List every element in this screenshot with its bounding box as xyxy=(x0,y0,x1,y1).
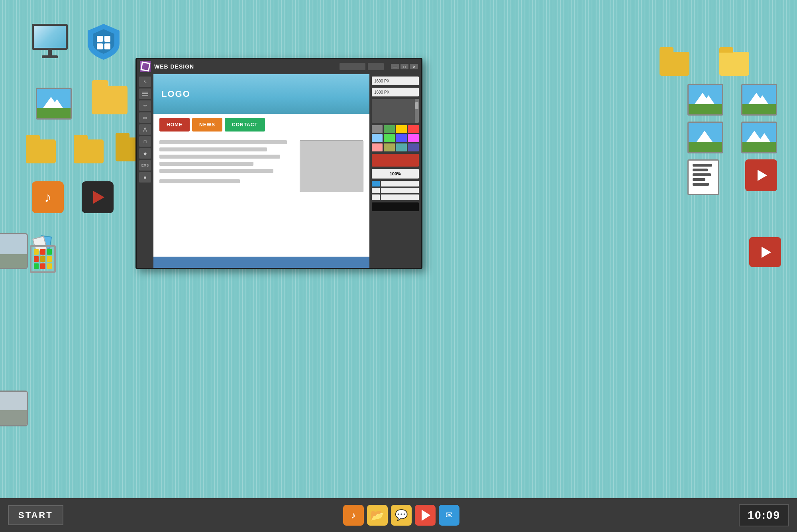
maximize-button[interactable]: □ xyxy=(400,64,408,69)
nav-btn-home[interactable]: HOME xyxy=(159,118,190,132)
tool-text[interactable]: A xyxy=(139,124,151,135)
nav-btn-news[interactable]: NEWS xyxy=(192,118,222,132)
text-line-6 xyxy=(159,179,240,183)
window-main: LOGO HOME NEWS CONTACT xyxy=(153,74,369,268)
music-icon[interactable]: ♪ xyxy=(32,181,64,213)
taskbar-music-icon[interactable]: ♪ xyxy=(343,505,364,526)
content-text-area xyxy=(159,140,294,252)
svg-rect-3 xyxy=(104,43,110,49)
taskbar-folder-icon[interactable]: 📂 xyxy=(367,505,388,526)
app-window: WEB DESIGN — □ ✕ ↖ ✏ ▭ A □ ◆ ERS ■ xyxy=(135,58,422,269)
close-button[interactable]: ✕ xyxy=(410,64,418,69)
window-titlebar[interactable]: WEB DESIGN — □ ✕ xyxy=(137,59,421,74)
color-cell-8[interactable] xyxy=(408,134,419,142)
window-toolbar xyxy=(340,63,384,70)
tool-rect2[interactable]: □ xyxy=(139,136,151,147)
minimize-button[interactable]: — xyxy=(391,64,399,69)
image-icon-1[interactable] xyxy=(36,88,72,120)
image-icon-right-1[interactable] xyxy=(687,84,723,116)
image-icon-right-2[interactable] xyxy=(741,84,777,116)
recycle-bin-icon[interactable] xyxy=(26,235,60,273)
folder-icon-1[interactable] xyxy=(92,86,128,114)
panel-black-block[interactable] xyxy=(372,202,419,211)
tool-diamond[interactable]: ◆ xyxy=(139,148,151,159)
text-line-2 xyxy=(159,147,267,151)
svg-rect-0 xyxy=(97,36,103,42)
tool-square[interactable]: ■ xyxy=(139,172,151,183)
video-icon-red-2[interactable] xyxy=(749,237,781,267)
music-note: ♪ xyxy=(44,189,51,206)
monitor-icon[interactable] xyxy=(26,24,74,72)
layer-bar-1[interactable] xyxy=(381,181,419,186)
panel-height-input[interactable]: 1600 PX xyxy=(372,88,419,96)
image-icon-right-3[interactable] xyxy=(687,122,723,153)
monitor-stand xyxy=(48,50,52,55)
document-icon[interactable] xyxy=(687,159,719,195)
color-cell-12[interactable] xyxy=(408,143,419,151)
folder-icon-3[interactable] xyxy=(74,139,104,163)
color-cell-1[interactable] xyxy=(372,125,383,133)
tool-pen[interactable]: ✏ xyxy=(139,100,151,111)
shield-icon[interactable] xyxy=(84,20,124,64)
color-cell-3[interactable] xyxy=(396,125,407,133)
left-toolbar: ↖ ✏ ▭ A □ ◆ ERS ■ xyxy=(137,74,153,268)
scroll-area[interactable] xyxy=(372,99,419,123)
color-cell-5[interactable] xyxy=(372,134,383,142)
taskbar-mail-icon[interactable]: ✉ xyxy=(439,505,459,526)
video-icon-red-1[interactable] xyxy=(745,159,777,191)
video-icon-dark[interactable] xyxy=(82,181,114,213)
tool-select[interactable]: ↖ xyxy=(139,77,151,87)
taskbar-icons: ♪ 📂 💬 ✉ xyxy=(343,505,459,526)
layer-bar-3[interactable] xyxy=(381,194,419,200)
monitor-base xyxy=(42,55,58,58)
window-body: ↖ ✏ ▭ A □ ◆ ERS ■ LOGO HOME NEWS C xyxy=(137,74,421,268)
toolbar-btn-1[interactable] xyxy=(340,63,365,70)
window-title: WEB DESIGN xyxy=(154,63,336,70)
start-button[interactable]: START xyxy=(8,505,63,525)
layer-bar-2[interactable] xyxy=(381,188,419,193)
tool-eraser[interactable]: ERS xyxy=(139,160,151,171)
image-icon-right-4[interactable] xyxy=(741,122,777,153)
tool-rect[interactable]: ▭ xyxy=(139,112,151,123)
photo-icon-3[interactable] xyxy=(0,391,28,426)
text-line-1 xyxy=(159,140,287,144)
photo-icon-1[interactable] xyxy=(0,233,28,269)
site-content xyxy=(153,135,369,257)
toolbar-btn-2[interactable] xyxy=(368,63,384,70)
tool-lines[interactable] xyxy=(139,88,151,99)
monitor-screen xyxy=(32,24,68,50)
color-cell-9[interactable] xyxy=(372,143,383,151)
layer-row-1 xyxy=(372,181,419,186)
color-cell-11[interactable] xyxy=(396,143,407,151)
taskbar-play-icon[interactable] xyxy=(415,505,436,526)
layer-row-3 xyxy=(372,194,419,200)
taskbar: START ♪ 📂 💬 ✉ 10:09 xyxy=(0,498,797,532)
panel-width-input[interactable]: 1600 PX xyxy=(372,77,419,85)
right-panel: 1600 PX 1600 PX xyxy=(369,74,421,268)
text-line-5 xyxy=(159,169,273,173)
shield-svg xyxy=(86,22,122,62)
layer-color-3 xyxy=(372,194,380,200)
text-line-4 xyxy=(159,162,253,166)
color-cell-2[interactable] xyxy=(384,125,395,133)
nav-btn-contact[interactable]: CONTACT xyxy=(225,118,265,132)
taskbar-clock: 10:09 xyxy=(739,504,789,526)
folder-icon-right-1[interactable] xyxy=(660,52,689,76)
site-logo: LOGO xyxy=(161,89,190,99)
folder-icon-2[interactable] xyxy=(26,139,56,163)
layer-color-2 xyxy=(372,188,380,193)
taskbar-chat-icon[interactable]: 💬 xyxy=(391,505,412,526)
color-cell-10[interactable] xyxy=(384,143,395,151)
panel-red-block[interactable] xyxy=(372,154,419,167)
titlebar-icon xyxy=(140,61,151,72)
color-cell-6[interactable] xyxy=(384,134,395,142)
panel-zoom[interactable]: 100% xyxy=(372,169,419,179)
color-cell-4[interactable] xyxy=(408,125,419,133)
layer-row-2 xyxy=(372,188,419,193)
color-cell-7[interactable] xyxy=(396,134,407,142)
layer-color-1 xyxy=(372,181,380,186)
trash-body xyxy=(30,245,56,273)
site-footer xyxy=(153,257,369,268)
folder-icon-right-2[interactable] xyxy=(719,52,749,76)
panel-layers xyxy=(372,181,419,200)
